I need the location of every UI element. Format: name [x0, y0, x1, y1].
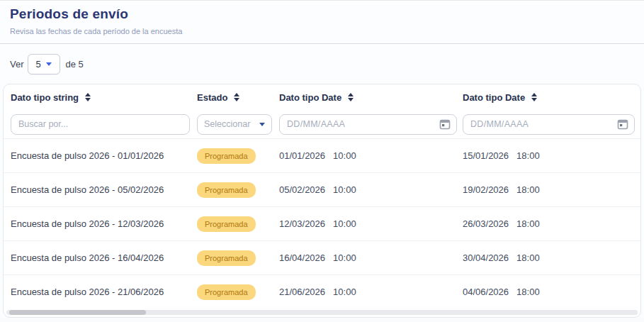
date-from-placeholder: DD/MM/AAAA [287, 119, 345, 129]
periods-table: Dato tipo string Estado Dato tipo Date D… [3, 84, 641, 318]
date-to-placeholder: DD/MM/AAAA [470, 119, 529, 129]
page-size-toolbar: Ver 5 de 5 [0, 44, 644, 82]
start-datetime: 16/04/202610:00 [279, 252, 463, 263]
date-from-filter-cell: DD/MM/AAAA [279, 114, 463, 135]
search-input[interactable] [11, 114, 190, 135]
date-to-input[interactable]: DD/MM/AAAA [463, 114, 635, 135]
chevron-down-icon [46, 62, 52, 66]
end-datetime: 19/02/202618:00 [463, 184, 636, 195]
calendar-icon[interactable] [617, 118, 628, 130]
calendar-icon[interactable] [439, 118, 451, 130]
period-name: Encuesta de pulso 2026 - 21/06/2026 [11, 287, 197, 297]
date-from-input[interactable]: DD/MM/AAAA [279, 114, 457, 135]
search-filter-cell [11, 114, 197, 135]
chevron-down-icon [259, 123, 265, 126]
sort-icon[interactable] [531, 93, 537, 101]
table-row[interactable]: Encuesta de pulso 2026 - 16/04/2026 Prog… [4, 240, 640, 274]
status-badge: Programada [197, 250, 256, 266]
end-datetime: 15/01/202618:00 [463, 150, 636, 161]
status-badge: Programada [197, 148, 256, 164]
period-name: Encuesta de pulso 2026 - 01/01/2026 [11, 150, 197, 161]
column-header-date-end[interactable]: Dato tipo Date [463, 92, 636, 103]
table-filter-row: Seleccionar DD/MM/AAAA DD/MM/AAAA [4, 110, 640, 138]
column-header-label: Dato tipo Date [463, 92, 525, 103]
horizontal-scrollbar-thumb[interactable] [9, 310, 146, 315]
column-header-label: Dato tipo Date [279, 92, 341, 103]
start-datetime: 12/03/202610:00 [279, 218, 463, 229]
end-datetime: 04/06/202618:00 [463, 287, 636, 297]
table-row[interactable]: Encuesta de pulso 2026 - 05/02/2026 Prog… [4, 172, 640, 206]
end-datetime: 26/03/202618:00 [463, 218, 636, 229]
page-size-total-label: de 5 [66, 59, 84, 70]
end-datetime: 30/04/202618:00 [463, 252, 636, 263]
page-subtitle: Revisa las fechas de cada período de la … [10, 27, 634, 35]
sort-icon[interactable] [348, 93, 354, 101]
column-header-label: Dato tipo string [11, 92, 79, 103]
column-header-string[interactable]: Dato tipo string [11, 92, 197, 103]
period-name: Encuesta de pulso 2026 - 16/04/2026 [11, 252, 197, 263]
page-size-select[interactable]: 5 [28, 54, 60, 74]
start-datetime: 21/06/202610:00 [279, 287, 463, 297]
status-badge: Programada [197, 284, 256, 300]
start-datetime: 05/02/202610:00 [279, 184, 463, 195]
page-size-value: 5 [35, 59, 40, 70]
column-header-date-start[interactable]: Dato tipo Date [279, 92, 463, 103]
start-datetime: 01/01/202610:00 [279, 150, 463, 161]
period-name: Encuesta de pulso 2026 - 05/02/2026 [11, 184, 197, 195]
status-filter-placeholder: Seleccionar [204, 119, 250, 129]
period-name: Encuesta de pulso 2026 - 12/03/2026 [11, 218, 197, 229]
status-filter-cell: Seleccionar [197, 114, 279, 135]
column-header-estado[interactable]: Estado [197, 92, 279, 103]
sort-icon[interactable] [234, 93, 239, 101]
page-size-prefix-label: Ver [10, 59, 24, 70]
status-badge: Programada [197, 182, 256, 198]
date-to-filter-cell: DD/MM/AAAA [463, 114, 636, 135]
table-row[interactable]: Encuesta de pulso 2026 - 01/01/2026 Prog… [4, 138, 640, 172]
column-header-label: Estado [197, 92, 227, 103]
status-badge: Programada [197, 216, 256, 232]
table-header-row: Dato tipo string Estado Dato tipo Date D… [4, 84, 640, 110]
page-header: Periodos de envío Revisa las fechas de c… [0, 1, 644, 35]
status-filter-select[interactable]: Seleccionar [197, 114, 272, 135]
page-background [0, 318, 644, 322]
table-row[interactable]: Encuesta de pulso 2026 - 21/06/2026 Prog… [4, 274, 640, 309]
sort-icon[interactable] [85, 93, 91, 101]
table-row[interactable]: Encuesta de pulso 2026 - 12/03/2026 Prog… [4, 206, 640, 240]
horizontal-scrollbar-track[interactable] [6, 310, 638, 315]
page-title: Periodos de envío [10, 6, 634, 22]
